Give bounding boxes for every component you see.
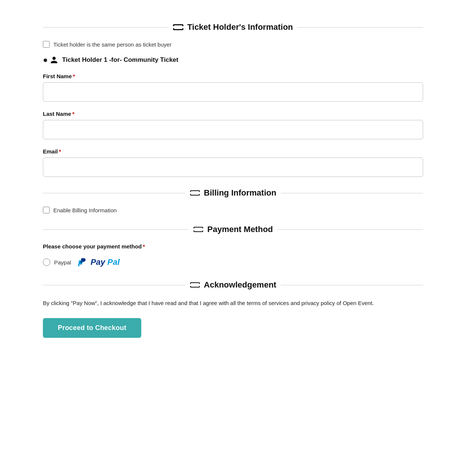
billing-title: Billing Information: [204, 188, 276, 198]
ack-line-left: [43, 285, 185, 285]
email-label: Email*: [43, 148, 423, 155]
ticket-holder-row: ● Ticket Holder 1 -for- Community Ticket: [43, 55, 423, 65]
last-name-required: *: [72, 111, 75, 117]
billing-line-left: [43, 193, 185, 193]
payment-line-left: [43, 229, 189, 230]
billing-section-header: Billing Information: [43, 188, 423, 198]
svg-rect-2: [174, 25, 182, 29]
email-required: *: [59, 148, 61, 155]
paypal-text-pal: Pal: [107, 257, 120, 267]
paypal-icon: [75, 256, 88, 269]
ack-title-area: Acknowledgement: [190, 280, 276, 290]
svg-rect-6: [191, 191, 199, 195]
ticket-icon: [173, 23, 183, 31]
billing-title-area: Billing Information: [190, 188, 276, 198]
same-person-row: Ticket holder is the same person as tick…: [43, 41, 423, 48]
payment-section-header: Payment Method: [43, 225, 423, 234]
first-name-group: First Name*: [43, 73, 423, 102]
ticket-holder-title-area: Ticket Holder's Information: [173, 22, 293, 32]
billing-line-right: [281, 193, 423, 193]
payment-prompt: Please choose your payment method*: [43, 243, 423, 250]
last-name-input[interactable]: [43, 120, 423, 139]
paypal-logo: PayPal: [75, 256, 120, 269]
same-person-checkbox[interactable]: [43, 41, 50, 48]
first-name-label: First Name*: [43, 73, 423, 79]
paypal-option: Paypal PayPal: [43, 256, 423, 269]
same-person-label: Ticket holder is the same person as tick…: [53, 41, 171, 48]
last-name-label: Last Name*: [43, 111, 423, 117]
person-icon: ●: [43, 55, 58, 65]
ticket-holder-title: Ticket Holder's Information: [187, 22, 293, 32]
paypal-radio[interactable]: [43, 258, 50, 266]
paypal-label: Paypal: [54, 259, 71, 266]
enable-billing-checkbox[interactable]: [43, 207, 50, 213]
acknowledgement-title: Acknowledgement: [204, 280, 276, 290]
svg-rect-10: [194, 228, 202, 231]
payment-required: *: [143, 243, 145, 250]
billing-ticket-icon: [190, 189, 200, 197]
first-name-input[interactable]: [43, 82, 423, 102]
acknowledgement-section-header: Acknowledgement: [43, 280, 423, 290]
proceed-to-checkout-button[interactable]: Proceed to Checkout: [43, 318, 141, 338]
payment-ticket-icon: [193, 226, 204, 233]
first-name-required: *: [73, 73, 75, 79]
ticket-holder-label: Ticket Holder 1 -for- Community Ticket: [62, 56, 178, 64]
acknowledgement-text: By clicking "Pay Now", I acknowledge tha…: [43, 299, 423, 308]
ack-line-right: [281, 285, 423, 285]
paypal-text-pay: Pay: [91, 257, 105, 267]
payment-title: Payment Method: [207, 225, 273, 234]
header-line-left: [43, 27, 169, 28]
enable-billing-row: Enable Billing Information: [43, 207, 423, 213]
payment-title-area: Payment Method: [193, 225, 273, 234]
ack-ticket-icon: [190, 281, 200, 289]
enable-billing-label: Enable Billing Information: [53, 207, 117, 213]
page-wrapper: Ticket Holder's Information Ticket holde…: [28, 0, 438, 360]
header-line-right: [297, 27, 423, 28]
last-name-group: Last Name*: [43, 111, 423, 139]
payment-line-right: [277, 229, 423, 230]
email-group: Email*: [43, 148, 423, 177]
email-input[interactable]: [43, 158, 423, 177]
ticket-holder-section-header: Ticket Holder's Information: [43, 22, 423, 32]
svg-rect-14: [191, 283, 199, 287]
